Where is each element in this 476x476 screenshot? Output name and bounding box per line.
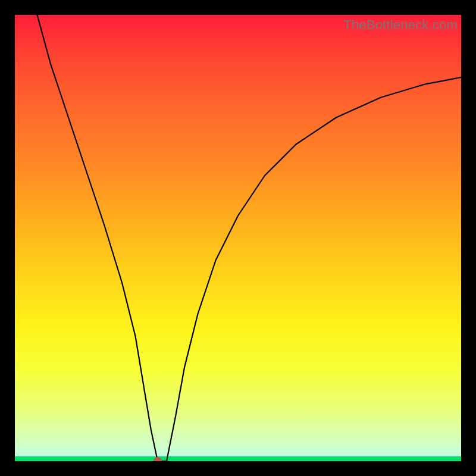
chart-plot-area: TheBottleneck.com <box>15 15 461 461</box>
curve-path <box>37 15 462 461</box>
chart-frame: TheBottleneck.com <box>0 0 476 476</box>
optimum-marker <box>154 457 162 461</box>
bottleneck-curve <box>15 15 461 461</box>
